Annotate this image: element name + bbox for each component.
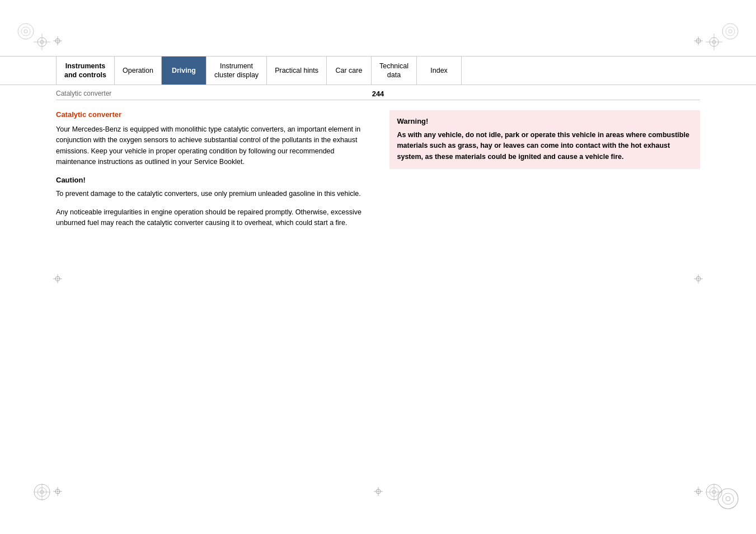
svg-point-44 [729, 30, 732, 33]
intro-paragraph: Your Mercedes-Benz is equipped with mono… [56, 124, 367, 168]
nav-item-technical-data[interactable]: Technical data [372, 57, 417, 85]
inner-mark-br [694, 487, 703, 498]
nav-item-instrument-cluster[interactable]: Instrument cluster display [206, 57, 267, 85]
nav-item-index[interactable]: Index [417, 57, 462, 85]
inner-mark-tl [53, 36, 62, 47]
large-circle-br2 [717, 488, 739, 512]
nav-item-instruments[interactable]: Instruments and controls [56, 57, 115, 85]
svg-point-40 [21, 27, 30, 36]
catalytic-converter-heading: Catalytic converter [56, 110, 367, 119]
nav-item-operation[interactable]: Operation [115, 57, 162, 85]
warning-heading: Warning! [397, 117, 693, 125]
svg-point-46 [722, 493, 734, 504]
svg-point-39 [18, 24, 34, 39]
corner-mark-tl [34, 34, 50, 50]
svg-point-41 [24, 30, 27, 33]
large-circle-tr [721, 22, 739, 42]
content-left: Catalytic converter Your Mercedes-Benz i… [56, 110, 367, 237]
nav-item-car-care[interactable]: Car care [327, 57, 372, 85]
corner-mark-bl [34, 484, 50, 500]
nav-item-driving[interactable]: Driving [162, 57, 206, 85]
svg-point-43 [726, 27, 735, 36]
caution-paragraph-1: To prevent damage to the catalytic conve… [56, 189, 367, 199]
svg-point-42 [722, 24, 738, 39]
section-title: Catalytic converter [56, 90, 111, 97]
svg-point-47 [726, 496, 730, 501]
center-bottom-mark [374, 487, 383, 498]
caution-paragraph-2: Any noticeable irregularities in engine … [56, 207, 367, 229]
inner-mark-tr [694, 36, 703, 47]
svg-point-45 [718, 489, 738, 509]
navigation-bar: Instruments and controls Operation Drivi… [0, 56, 756, 85]
nav-item-practical-hints[interactable]: Practical hints [267, 57, 327, 85]
content-right: Warning! As with any vehicle, do not idl… [389, 110, 701, 237]
warning-text: As with any vehicle, do not idle, park o… [397, 130, 693, 162]
mid-mark-left [53, 274, 62, 285]
mid-mark-right [694, 274, 703, 285]
corner-mark-tr [706, 34, 722, 50]
warning-box: Warning! As with any vehicle, do not idl… [389, 110, 701, 169]
large-circle-tl [17, 22, 35, 42]
caution-heading: Caution! [56, 176, 367, 184]
inner-mark-bl [53, 487, 62, 498]
page-number: 244 [372, 90, 384, 98]
